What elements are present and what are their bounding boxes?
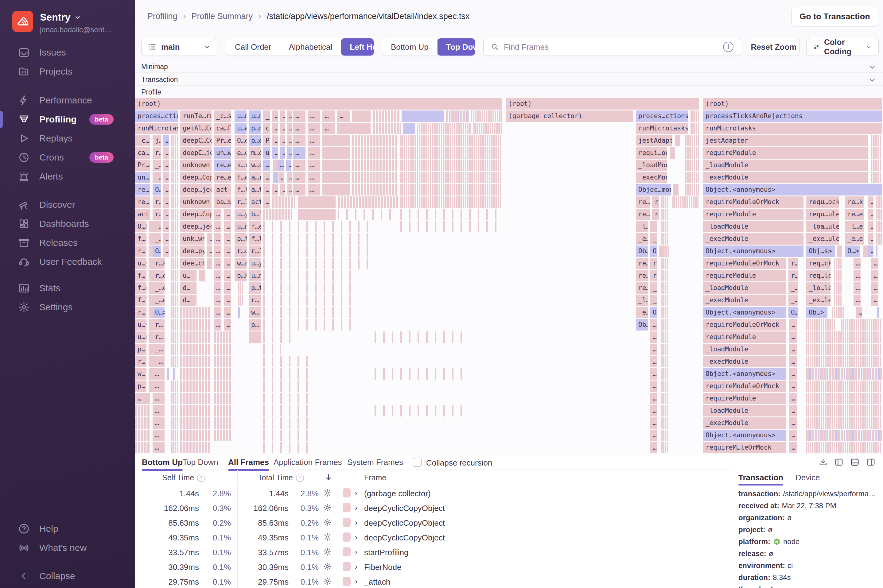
flame-frame-group[interactable] xyxy=(352,111,371,122)
flame-frame-group[interactable] xyxy=(661,393,669,404)
frame-settings-icon[interactable] xyxy=(323,533,332,542)
tab-system-frames[interactable]: System Frames xyxy=(347,458,403,467)
table-row[interactable]: 29.75ms0.1%29.75ms0.1%›_attach xyxy=(135,574,732,588)
flame-frame[interactable]: _loadModule xyxy=(703,160,868,171)
flame-frame[interactable]: req…ck xyxy=(806,258,830,269)
export-profile-icon[interactable] xyxy=(818,458,828,467)
flame-frame-group[interactable] xyxy=(806,332,882,343)
expand-icon[interactable]: › xyxy=(355,548,357,556)
flame-frame[interactable]: (root) xyxy=(703,98,882,110)
flame-frame-group[interactable] xyxy=(135,442,150,453)
flame-frame[interactable]: … xyxy=(224,258,231,269)
org-switcher[interactable]: Sentry xyxy=(40,12,112,23)
flame-frame[interactable]: r…e xyxy=(153,147,161,159)
flame-frame[interactable]: _l…e xyxy=(636,295,648,306)
flame-frame[interactable]: … xyxy=(224,307,231,318)
flame-frame[interactable]: unk…wn xyxy=(180,233,204,244)
flame-frame[interactable]: … xyxy=(293,172,305,183)
flame-frame[interactable]: f…l xyxy=(249,233,261,244)
flame-frame-group[interactable] xyxy=(806,381,882,392)
flame-frame[interactable]: act xyxy=(135,208,150,220)
flame-frame-group[interactable] xyxy=(180,442,210,453)
flame-frame[interactable]: u…n xyxy=(135,332,146,343)
flame-frame-group[interactable] xyxy=(322,135,350,146)
flame-frame[interactable]: _…e xyxy=(153,295,165,306)
flame-frame-group[interactable] xyxy=(171,332,178,343)
flame-frame[interactable]: … xyxy=(868,246,874,257)
layout-left-icon[interactable] xyxy=(834,458,844,467)
sidebar-item-performance[interactable]: Performance xyxy=(0,91,135,110)
expand-icon[interactable]: › xyxy=(355,504,357,512)
flame-frame-group[interactable] xyxy=(806,417,882,429)
flame-frame-group[interactable] xyxy=(171,196,178,208)
flame-frame[interactable]: re…e xyxy=(636,282,648,294)
flame-frame-group[interactable] xyxy=(214,356,231,368)
flame-frame[interactable]: ca…n xyxy=(135,147,150,159)
flame-frame-group[interactable] xyxy=(167,368,177,380)
flame-frame-group[interactable] xyxy=(263,295,292,306)
flame-frame-group[interactable] xyxy=(661,196,669,208)
flame-frame[interactable]: f…e xyxy=(135,282,146,294)
flame-frame[interactable]: … xyxy=(286,160,291,171)
flame-frame[interactable]: … xyxy=(789,442,797,453)
flame-frame[interactable]: _… xyxy=(650,282,657,294)
flame-frame[interactable]: … xyxy=(868,233,874,244)
flame-frame[interactable]: r… xyxy=(153,319,165,330)
flame-frame[interactable]: … xyxy=(163,172,169,183)
flame-frame[interactable]: _… xyxy=(650,295,657,306)
flame-frame[interactable]: … xyxy=(287,172,292,183)
sidebar-item-help[interactable]: Help xyxy=(0,519,135,538)
flame-frame-group[interactable] xyxy=(400,208,502,220)
flame-frame-group[interactable] xyxy=(400,160,502,171)
flame-frame[interactable]: O…> xyxy=(153,184,161,195)
sort-alphabetical[interactable]: Alphabetical xyxy=(280,38,341,56)
flame-frame[interactable]: r…k xyxy=(153,258,165,269)
flame-frame-group[interactable] xyxy=(171,258,178,269)
flame-frame[interactable]: requireModule xyxy=(703,147,868,159)
flame-frame-group[interactable] xyxy=(352,147,398,159)
sidebar-item-settings[interactable]: Settings xyxy=(0,298,135,317)
flame-frame[interactable]: _e…le xyxy=(636,233,648,244)
flame-frame[interactable]: jestAdapter xyxy=(703,135,868,146)
flame-frame[interactable]: Pr…ed xyxy=(214,135,231,146)
flame-frame[interactable]: r… xyxy=(652,208,659,220)
flame-frame-group[interactable] xyxy=(214,417,231,429)
flame-frame-group[interactable] xyxy=(400,196,502,208)
flame-frame-group[interactable] xyxy=(871,160,882,171)
table-row[interactable]: 1.44s2.8%1.44s2.8%›(garbage collector) xyxy=(135,486,732,501)
flame-frame[interactable]: ca…Fn xyxy=(214,123,231,134)
flame-frame-group[interactable] xyxy=(417,123,471,134)
flame-frame[interactable]: Ob…s> xyxy=(636,246,648,257)
flame-frame[interactable]: … xyxy=(650,381,657,392)
flame-frame-group[interactable] xyxy=(875,233,882,244)
flame-frame-group[interactable] xyxy=(263,307,292,318)
flame-frame[interactable]: … xyxy=(272,147,278,159)
flame-frame[interactable]: … xyxy=(871,270,878,281)
flame-frame[interactable]: _loadModule xyxy=(636,160,667,171)
flame-frame-group[interactable] xyxy=(446,111,469,122)
expand-icon[interactable]: › xyxy=(355,489,357,498)
flame-frame[interactable]: _lo…le xyxy=(806,282,830,294)
flame-frame[interactable]: a…t xyxy=(249,184,261,195)
flame-frame-group[interactable] xyxy=(171,430,178,441)
flame-frame[interactable]: … xyxy=(272,111,278,122)
flame-frame-group[interactable] xyxy=(352,160,398,171)
flame-frame[interactable]: … xyxy=(853,270,860,281)
flame-frame[interactable]: … xyxy=(280,135,285,146)
sidebar-item-issues[interactable]: Issues xyxy=(0,43,135,62)
flame-frame[interactable]: _… xyxy=(788,295,798,306)
flame-frame[interactable]: requireModule xyxy=(703,270,786,281)
flame-frame-group[interactable] xyxy=(263,417,311,429)
flame-frame[interactable]: … xyxy=(224,319,231,330)
flame-frame[interactable]: r… xyxy=(135,356,146,368)
flame-frame-group[interactable] xyxy=(661,221,669,232)
flame-frame[interactable]: Ob…> xyxy=(636,319,648,330)
flame-frame-group[interactable] xyxy=(214,344,231,355)
flame-frame-group[interactable] xyxy=(214,405,231,417)
flame-frame[interactable]: … xyxy=(287,135,292,146)
flame-frame[interactable]: … xyxy=(650,405,657,417)
flame-frame[interactable]: _…e xyxy=(153,233,161,244)
flame-frame-group[interactable] xyxy=(180,393,210,404)
flame-frame[interactable]: un…n xyxy=(135,172,150,183)
flame-frame-group[interactable] xyxy=(875,208,882,220)
